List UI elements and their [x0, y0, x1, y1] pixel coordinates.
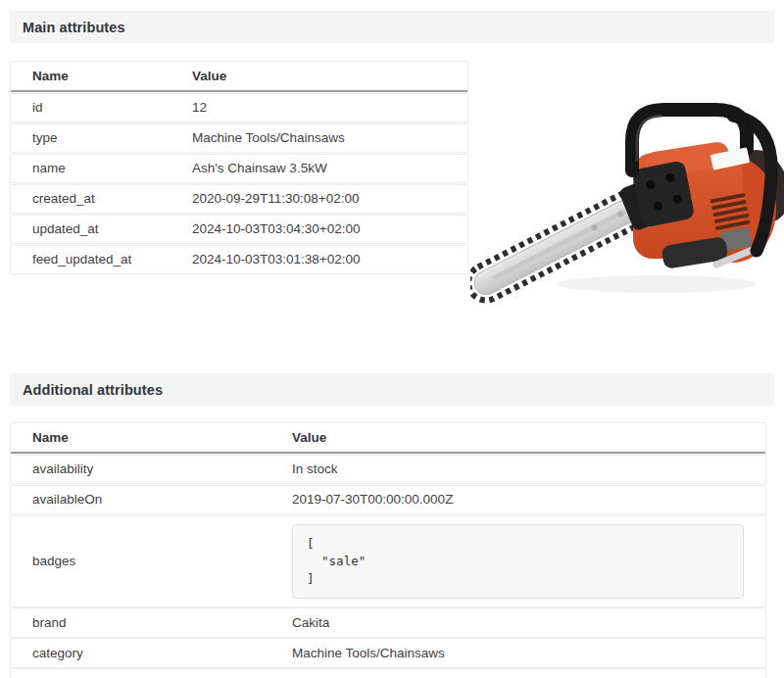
attr-value-cell: 12: [192, 100, 467, 115]
product-image: [468, 61, 784, 308]
column-header-value: Value: [292, 430, 765, 445]
attr-name-cell: availability: [11, 461, 292, 476]
table-row: name Ash's Chainsaw 3.5kW: [10, 154, 468, 184]
attr-value-cell: Machine Tools/Chainsaws: [292, 646, 765, 660]
product-attributes-page: Main attributes Name Value id 12 type Ma…: [0, 0, 784, 678]
attr-name-cell: id: [11, 100, 192, 115]
additional-attributes-header: Additional attributes: [10, 373, 774, 406]
attr-value-cell: 2019-07-30T00:00:00.000Z: [292, 492, 765, 507]
column-header-value: Value: [192, 69, 467, 83]
attr-name-cell: availableOn: [11, 492, 292, 507]
image-shadow: [557, 275, 757, 293]
table-row: availableOn 2019-07-30T00:00:00.000Z: [10, 485, 766, 515]
chainsaw-photo: [470, 61, 784, 308]
badges-json-code-block: [ "sale" ]: [292, 524, 744, 599]
table-row: brand Cakita: [10, 607, 766, 638]
attr-value-cell: 2024-10-03T03:01:38+02:00: [192, 252, 467, 266]
table-row: id 12: [10, 93, 468, 123]
table-header-row: Name Value: [10, 61, 468, 92]
attr-value-cell: 2020-09-29T11:30:08+02:00: [192, 191, 467, 206]
attr-value-cell: Cakita: [292, 615, 765, 630]
table-row: type Machine Tools/Chainsaws: [10, 123, 468, 154]
table-row: created_at 2020-09-29T11:30:08+02:00: [10, 184, 468, 215]
main-attributes-header: Main attributes: [10, 11, 774, 43]
attr-name-cell: category: [11, 646, 292, 660]
column-header-name: Name: [11, 69, 192, 83]
table-row-badges: badges [ "sale" ]: [10, 515, 766, 607]
table-row-partial: [10, 668, 766, 678]
attr-name-cell: badges: [11, 554, 292, 568]
main-attributes-content: Name Value id 12 type Machine Tools/Chai…: [10, 61, 774, 308]
attr-name-cell: type: [11, 130, 192, 145]
attr-name-cell: name: [11, 161, 192, 175]
attr-value-cell: In stock: [292, 461, 765, 476]
attr-name-cell: feed_updated_at: [11, 252, 192, 266]
attr-value-cell: [ "sale" ]: [292, 524, 765, 599]
table-row: feed_updated_at 2024-10-03T03:01:38+02:0…: [10, 245, 468, 275]
main-attributes-table: Name Value id 12 type Machine Tools/Chai…: [10, 61, 468, 308]
attr-value-cell: Ash's Chainsaw 3.5kW: [192, 161, 467, 175]
table-header-row: Name Value: [10, 422, 766, 454]
attr-value-cell: Machine Tools/Chainsaws: [192, 130, 467, 145]
additional-attributes-title: Additional attributes: [23, 382, 163, 398]
attr-name-cell: brand: [11, 615, 292, 630]
table-row: availability In stock: [10, 455, 766, 485]
main-attributes-title: Main attributes: [23, 20, 125, 35]
table-row: updated_at 2024-10-03T03:04:30+02:00: [10, 215, 468, 245]
table-row: category Machine Tools/Chainsaws: [10, 638, 766, 668]
column-header-name: Name: [11, 430, 292, 445]
attr-name-cell: updated_at: [11, 221, 192, 236]
attr-name-cell: created_at: [11, 191, 192, 206]
additional-attributes-table: Name Value availability In stock availab…: [10, 422, 766, 678]
attr-value-cell: 2024-10-03T03:04:30+02:00: [192, 221, 467, 236]
